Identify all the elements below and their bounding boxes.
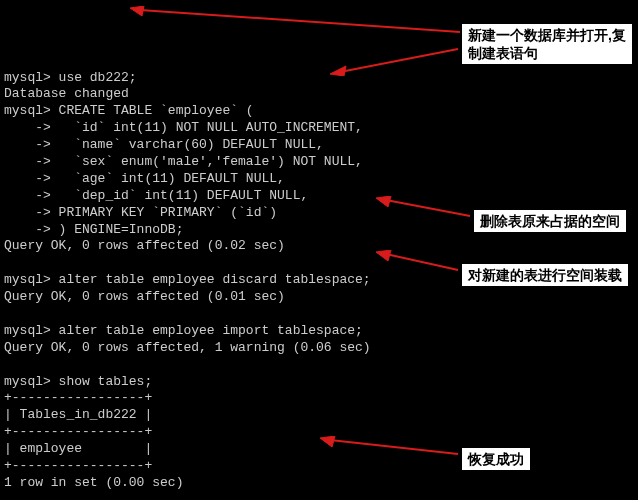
arrow-icon	[376, 250, 460, 274]
line: -> `age` int(11) DEFAULT NULL,	[4, 171, 285, 186]
line: Query OK, 0 rows affected (0.01 sec)	[4, 289, 285, 304]
arrow-icon	[320, 436, 460, 460]
line: -> `id` int(11) NOT NULL AUTO_INCREMENT,	[4, 120, 363, 135]
line: | employee |	[4, 441, 152, 456]
line: Query OK, 0 rows affected (0.02 sec)	[4, 238, 285, 253]
svg-marker-9	[320, 436, 335, 447]
line: 1 row in set (0.00 sec)	[4, 475, 183, 490]
line: -> PRIMARY KEY `PRIMARY` (`id`)	[4, 205, 277, 220]
line: +-----------------+	[4, 390, 152, 405]
svg-line-6	[386, 254, 458, 270]
annotation-3: 对新建的表进行空间装载	[462, 264, 628, 286]
line: mysql> use db222;	[4, 70, 137, 85]
svg-marker-5	[376, 196, 391, 207]
line: -> `name` varchar(60) DEFAULT NULL,	[4, 137, 324, 152]
line: mysql> show tables;	[4, 374, 152, 389]
line: +-----------------+	[4, 424, 152, 439]
arrow-icon	[130, 6, 460, 36]
line: +-----------------+	[4, 458, 152, 473]
svg-line-0	[140, 10, 460, 32]
line: | Tables_in_db222 |	[4, 407, 152, 422]
annotation-2: 删除表原来占据的空间	[474, 210, 626, 232]
line: Database changed	[4, 86, 129, 101]
line: -> `sex` enum('male','female') NOT NULL,	[4, 154, 363, 169]
line: mysql> alter table employee import table…	[4, 323, 363, 338]
line: -> `dep_id` int(11) DEFAULT NULL,	[4, 188, 308, 203]
line: mysql> CREATE TABLE `employee` (	[4, 103, 254, 118]
svg-marker-1	[130, 6, 144, 16]
svg-marker-3	[330, 66, 346, 76]
svg-line-8	[330, 440, 458, 454]
svg-line-2	[340, 49, 458, 72]
annotation-1: 新建一个数据库并打开,复制建表语句	[462, 24, 632, 64]
arrow-icon	[376, 196, 472, 220]
line: mysql> alter table employee discard tabl…	[4, 272, 371, 287]
line: Query OK, 0 rows affected, 1 warning (0.…	[4, 340, 371, 355]
svg-marker-7	[376, 250, 391, 261]
line: -> ) ENGINE=InnoDB;	[4, 222, 183, 237]
arrow-icon	[330, 46, 460, 76]
svg-line-4	[386, 200, 470, 216]
annotation-4: 恢复成功	[462, 448, 530, 470]
